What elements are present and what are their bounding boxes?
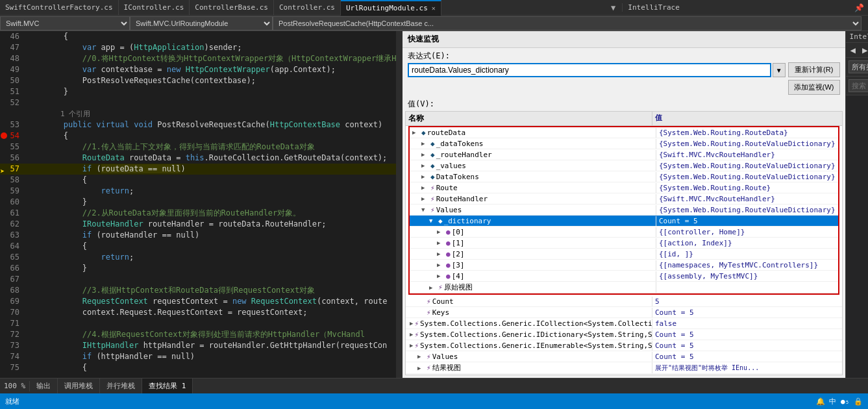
table-row: 57 ➤ if (routeData == null) [0,164,403,175]
member-dropdown[interactable]: Swift.MVC.UrlRoutingModule [130,16,273,31]
table-row: 46 { [0,31,403,42]
close-icon[interactable]: ✕ [432,5,436,12]
add-watch-button[interactable]: 添加监视(W) [788,80,840,95]
tree-row-2[interactable]: ▶ ● [2] {[id, ]} [410,249,838,260]
category-filter[interactable]: 所有类别 [849,60,868,73]
tree-row-icollection[interactable]: ▶ ⚡ System.Collections.Generic.ICollecti… [406,318,842,329]
table-row: 59 return; [0,186,403,197]
tree-header: 名称 值 [406,112,842,126]
bottom-tab-parallelstack[interactable]: 并行堆栈 [100,378,142,394]
col-value-header: 值 [652,112,842,125]
prop-icon: ⚡ [427,364,431,372]
tab-controller[interactable]: Controller.cs [274,0,341,16]
expand-arrow[interactable]: ▼ [429,217,437,224]
tree-row-routehandler[interactable]: ▶ ⚡ RouteHandler {Swift.MVC.MvcRouteHand… [410,193,838,204]
expand-arrow[interactable]: ▶ [421,151,429,158]
intellitrace-tab-label[interactable]: IntelliTrace [622,3,684,12]
tab-label: ControllerBase.cs [195,3,268,12]
tab-icontroller[interactable]: IController.cs [119,0,190,16]
tree-row-datatokenspub[interactable]: ▶ ◆ DataTokens {System.Web.Routing.Route… [410,171,838,182]
prop-icon: ◆ [430,140,435,148]
search-input[interactable] [849,79,868,92]
prop-icon: ⚡ [414,330,419,339]
table-row: 49 var contextbase = new HttpContextWrap… [0,64,403,75]
expand-arrow[interactable]: ▶ [421,184,429,191]
tree-row-datatokens[interactable]: ▶ ◆ _dataTokens {System.Web.Routing.Rout… [410,138,838,149]
tab-urlroutingmodule[interactable]: UrlRoutingModule.cs ✕ [341,0,441,16]
intellitrace-filter-row: 所有类别 所有线程 [846,58,868,77]
expand-arrow[interactable]: ▶ [437,262,445,268]
expand-arrow[interactable]: ▼ [421,206,429,213]
tree-row-raw-view[interactable]: ▶ ⚡ 原始视图 [410,282,838,293]
bottom-tab-findresults[interactable]: 查找结果 1 [142,378,193,394]
expand-arrow[interactable]: ▶ [429,284,437,291]
prop-icon: ⚡ [414,319,419,328]
expand-arrow[interactable]: ▶ [421,140,429,147]
expand-arrow[interactable]: ▶ [421,162,429,169]
table-row: 50 PostResolveRequestCache(contextbase); [0,75,403,86]
it-forward-btn[interactable]: ▶ [860,44,868,56]
tree-row-routedata[interactable]: ▶ ◆ routeData {System.Web.Routing.RouteD… [410,127,838,138]
bottom-tab-output[interactable]: 输出 [30,378,58,394]
code-lines: 46 { 47 var app = (HttpApplication)sende… [0,31,403,373]
expand-arrow[interactable]: ▶ [421,173,429,180]
tree-row-dictionary[interactable]: ▼ ◆ _dictionary Count = 5 [410,216,838,227]
prop-icon: ◆ [430,151,435,159]
table-row: 47 var app = (HttpApplication)sender; [0,42,403,53]
table-row: 48 //0.将HttpContext转换为HttpContextWrapper… [0,53,403,64]
expression-input[interactable] [408,63,771,77]
expand-arrow[interactable]: ▶ [410,320,413,327]
tree-row-idictionary[interactable]: ▶ ⚡ System.Collections.Generic.IDictiona… [406,329,842,340]
prop-icon: ◆ [421,129,426,137]
tree-row-count[interactable]: ⚡ Count 5 [406,296,842,307]
tree-row-route[interactable]: ▶ ⚡ Route {System.Web.Routing.Route} [410,182,838,193]
tree-row-0[interactable]: ▶ ● [0] {[controller, Home]} [410,227,838,238]
expand-arrow[interactable]: ▶ [421,195,429,202]
method-dropdown[interactable]: PostResolveRequestCache(HttpContextBase … [273,16,862,31]
value-label: 值(V): [403,97,845,111]
expand-arrow[interactable]: ▶ [412,129,420,136]
app-window: SwiftControllerFactory.cs IController.cs… [0,0,868,409]
expression-dropdown-btn[interactable]: ▼ [773,63,786,77]
table-row: 52 [0,97,403,108]
expand-arrow[interactable]: ▶ [410,331,413,338]
expand-arrow[interactable]: ▶ [437,229,445,235]
tree-row-4[interactable]: ▶ ● [4] {[assembly, MyTestMVC]} [410,271,838,282]
tree-row-values-bottom[interactable]: ▶ ⚡ Values Count = 5 [406,351,842,362]
expand-arrow[interactable]: ▶ [417,365,425,371]
table-row: 66 } [0,263,403,274]
tab-bar: SwiftControllerFactory.cs IController.cs… [0,0,868,16]
prop-icon: ● [446,272,451,280]
tab-swiftcontrollerfactory[interactable]: SwiftControllerFactory.cs [0,0,119,16]
tree-row-ienumerable[interactable]: ▶ ⚡ System.Collections.Generic.IEnumerab… [406,340,842,351]
table-row: 61 //2.从RouteData对象里面得到当前的RouteHandler对象… [0,208,403,219]
expand-arrow[interactable]: ▶ [437,273,445,279]
tab-overflow-icon[interactable]: ▼ [607,3,619,12]
table-row: 64 { [0,241,403,252]
tree-row-1[interactable]: ▶ ● [1] {[action, Index]} [410,238,838,249]
editor-scrollbar[interactable] [396,31,403,378]
panel-pin-icon[interactable]: 📌 [850,3,868,12]
prop-icon: ⚡ [438,283,443,291]
expand-arrow[interactable]: ▶ [437,240,445,246]
tree-row-values-priv[interactable]: ▶ ◆ _values {System.Web.Routing.RouteVal… [410,160,838,171]
tab-label: SwiftControllerFactory.cs [5,3,113,12]
class-dropdown[interactable]: Swift.MVC [0,16,130,31]
expand-arrow[interactable]: ▶ [417,353,425,360]
table-row: 75 { [0,362,403,373]
prop-icon: ⚡ [427,308,431,317]
tab-controllerbase[interactable]: ControllerBase.cs [190,0,274,16]
watch-tree[interactable]: 名称 值 ▶ ◆ routeData {System.Web.Routi [405,111,843,375]
editor-scroll-area[interactable]: 46 { 47 var app = (HttpApplication)sende… [0,31,403,378]
tree-row-keys[interactable]: ⚡ Keys Count = 5 [406,307,842,318]
reevaluate-button[interactable]: 重新计算(R) [788,62,840,77]
expand-arrow[interactable]: ▶ [410,342,413,349]
tree-row-result-view[interactable]: ▶ ⚡ 结果视图 展开"结果视图"时将枚举 IEnu... [406,362,842,374]
bottom-tab-callstack[interactable]: 调用堆栈 [58,378,100,394]
tree-row-values[interactable]: ▼ ⚡ Values {System.Web.Routing.RouteValu… [410,204,838,216]
tree-row-routehandler-priv[interactable]: ▶ ◆ _routeHandler {Swift.MVC.MvcRouteHan… [410,149,838,160]
expand-arrow[interactable]: ▶ [437,251,445,257]
tree-row-3[interactable]: ▶ ● [3] {[namespaces, MyTestMVC.Controll… [410,260,838,271]
prop-icon: ⚡ [427,297,431,306]
it-back-btn[interactable]: ◀ [849,44,858,56]
